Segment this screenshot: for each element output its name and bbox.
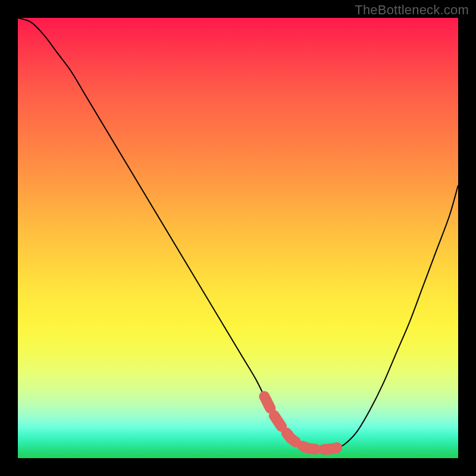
watermark-text: TheBottleneck.com bbox=[355, 2, 469, 18]
bottleneck-chart bbox=[18, 18, 458, 458]
chart-gradient-background bbox=[18, 18, 458, 458]
